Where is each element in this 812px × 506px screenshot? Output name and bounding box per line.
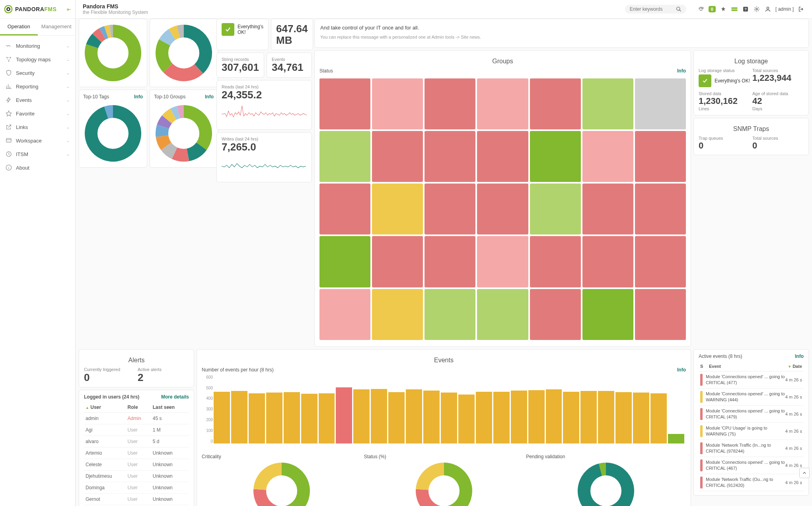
group-cell[interactable] xyxy=(635,236,686,287)
pin-icon[interactable] xyxy=(720,6,727,13)
sidebar-item-events[interactable]: Events⌄ xyxy=(0,93,75,107)
group-cell[interactable] xyxy=(530,78,581,129)
bar[interactable] xyxy=(476,392,492,443)
group-cell[interactable] xyxy=(530,184,581,234)
event-row[interactable]: Module 'Network Traffic (In...ng to CRIT… xyxy=(699,440,804,457)
bar[interactable] xyxy=(615,392,632,443)
bar[interactable] xyxy=(668,434,684,443)
active-events-info-link[interactable]: Info xyxy=(795,354,804,359)
tab-operation[interactable]: Operation xyxy=(0,19,38,35)
notification-badge[interactable]: 0 xyxy=(709,6,716,12)
refresh-icon[interactable] xyxy=(697,6,705,13)
sidebar-item-monitoring[interactable]: Monitoring⌄ xyxy=(0,39,75,53)
group-cell[interactable] xyxy=(530,131,581,182)
top-groups-info-link[interactable]: Info xyxy=(205,94,214,100)
group-cell[interactable] xyxy=(582,131,633,182)
group-cell[interactable] xyxy=(319,289,370,340)
group-cell[interactable] xyxy=(582,78,633,129)
bar[interactable] xyxy=(528,390,545,443)
bar[interactable] xyxy=(336,387,352,443)
bar[interactable] xyxy=(371,389,387,443)
sidebar-item-favorite[interactable]: Favorite⌄ xyxy=(0,107,75,120)
bar[interactable] xyxy=(563,392,579,443)
event-row[interactable]: Module 'Connections opened' ... going to… xyxy=(699,406,804,423)
bar[interactable] xyxy=(423,391,440,443)
event-row[interactable]: Module 'Connections opened' ... going to… xyxy=(699,457,804,474)
table-row[interactable]: alvaroUser5 d xyxy=(84,436,189,447)
table-row[interactable]: ArtemioUserUnknown xyxy=(84,447,189,459)
bar[interactable] xyxy=(580,391,597,443)
help-icon[interactable]: ? xyxy=(742,6,749,13)
group-cell[interactable] xyxy=(424,131,475,182)
bar[interactable] xyxy=(458,395,475,443)
group-cell[interactable] xyxy=(635,78,686,129)
bar[interactable] xyxy=(284,392,300,443)
group-cell[interactable] xyxy=(635,184,686,234)
group-cell[interactable] xyxy=(635,131,686,182)
group-cell[interactable] xyxy=(582,289,633,340)
username-label[interactable]: [ admin ] xyxy=(775,6,794,12)
bar[interactable] xyxy=(301,394,317,443)
group-cell[interactable] xyxy=(319,236,370,287)
sidebar-item-workspace[interactable]: Workspace⌄ xyxy=(0,134,75,147)
bar[interactable] xyxy=(493,392,510,443)
group-cell[interactable] xyxy=(372,289,423,340)
group-cell[interactable] xyxy=(530,289,581,340)
search-input[interactable] xyxy=(630,6,674,12)
event-row[interactable]: Module 'Connections opened' ... going to… xyxy=(699,371,804,389)
event-row[interactable]: Module 'Connections opened' ... going to… xyxy=(699,389,804,406)
table-row[interactable]: adminAdmin45 s xyxy=(84,413,189,424)
user-icon[interactable] xyxy=(764,6,771,13)
search-box[interactable] xyxy=(625,5,686,14)
group-cell[interactable] xyxy=(319,131,370,182)
group-cell[interactable] xyxy=(372,184,423,234)
bar[interactable] xyxy=(546,389,562,443)
bar[interactable] xyxy=(388,392,405,443)
event-row[interactable]: Module 'CPU Usage' is going to WARNING (… xyxy=(699,423,804,440)
gear-icon[interactable] xyxy=(753,6,760,13)
table-row[interactable]: CelesteUserUnknown xyxy=(84,459,189,471)
group-cell[interactable] xyxy=(424,236,475,287)
group-cell[interactable] xyxy=(477,289,528,340)
group-cell[interactable] xyxy=(477,184,528,234)
logout-icon[interactable] xyxy=(798,6,805,13)
bar[interactable] xyxy=(249,393,265,443)
sidebar-item-links[interactable]: Links⌄ xyxy=(0,120,75,134)
top-tags-info-link[interactable]: Info xyxy=(134,94,143,100)
sidebar-item-about[interactable]: About xyxy=(0,161,75,174)
group-cell[interactable] xyxy=(372,131,423,182)
bar[interactable] xyxy=(650,393,667,443)
event-row[interactable]: Module 'Network Traffic (Ou...ng to CRIT… xyxy=(699,474,804,491)
sidebar-item-itsm[interactable]: ITSM⌄ xyxy=(0,147,75,161)
status-ok-icon[interactable] xyxy=(731,6,738,13)
sidebar-item-security[interactable]: Security⌄ xyxy=(0,66,75,80)
bar[interactable] xyxy=(598,391,614,443)
bar[interactable] xyxy=(511,391,527,443)
group-cell[interactable] xyxy=(530,236,581,287)
bar[interactable] xyxy=(214,392,230,443)
sidebar-item-topology-maps[interactable]: Topology maps⌄ xyxy=(0,53,75,66)
group-cell[interactable] xyxy=(477,78,528,129)
table-row[interactable]: GernotUserUnknown xyxy=(84,494,189,505)
bar[interactable] xyxy=(406,389,422,443)
groups-info-link[interactable]: Info xyxy=(677,68,686,74)
bar[interactable] xyxy=(231,391,247,443)
tab-management[interactable]: Management xyxy=(38,19,76,35)
group-cell[interactable] xyxy=(319,184,370,234)
group-cell[interactable] xyxy=(319,78,370,129)
bar[interactable] xyxy=(441,393,457,443)
group-cell[interactable] xyxy=(372,236,423,287)
sidebar-item-reporting[interactable]: Reporting⌄ xyxy=(0,80,75,93)
table-row[interactable]: DjehutimesuUserUnknown xyxy=(84,471,189,482)
bar[interactable] xyxy=(353,389,370,443)
more-details-link[interactable]: More details xyxy=(161,394,189,400)
group-cell[interactable] xyxy=(424,78,475,129)
bar[interactable] xyxy=(633,393,649,443)
events-info-link[interactable]: Info xyxy=(677,367,686,373)
group-cell[interactable] xyxy=(635,289,686,340)
table-row[interactable]: AgiUser1 M xyxy=(84,424,189,436)
group-cell[interactable] xyxy=(477,236,528,287)
scroll-top-button[interactable] xyxy=(799,468,810,478)
group-cell[interactable] xyxy=(582,184,633,234)
logo[interactable]: PANDORAFMS ⇤ xyxy=(0,0,75,19)
